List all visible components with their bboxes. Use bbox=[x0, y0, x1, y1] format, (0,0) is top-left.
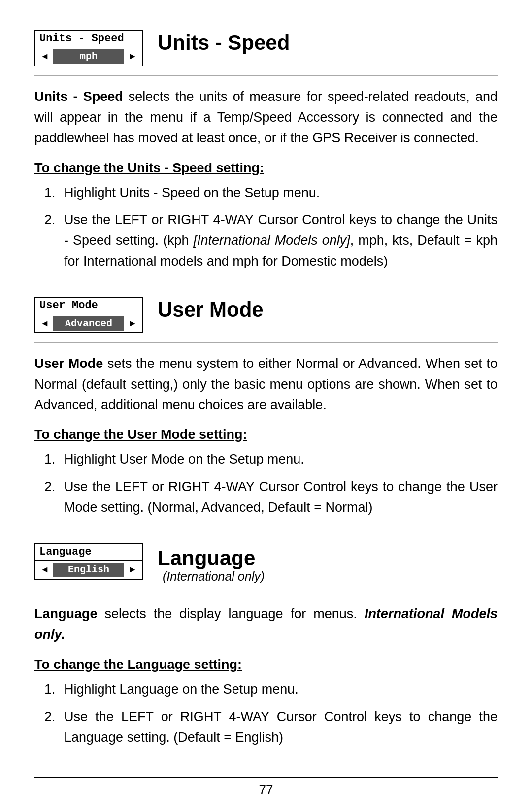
units-speed-header: Units - Speed ◄ mph ► Units - Speed bbox=[34, 30, 498, 66]
page-content: Units - Speed ◄ mph ► Units - Speed Unit… bbox=[0, 0, 532, 798]
language-widget: Language ◄ English ► bbox=[34, 543, 143, 580]
units-speed-body: Units - Speed selects the units of measu… bbox=[34, 87, 498, 149]
language-steps: 1. Highlight Language on the Setup menu.… bbox=[34, 679, 498, 748]
units-speed-widget-control: ◄ mph ► bbox=[35, 47, 142, 66]
language-international-only: (International only) bbox=[163, 569, 265, 584]
user-mode-title: User Mode bbox=[158, 297, 264, 321]
user-mode-body: User Mode sets the menu system to either… bbox=[34, 354, 498, 416]
units-speed-bold: Units - Speed bbox=[34, 89, 123, 104]
units-speed-divider bbox=[34, 75, 498, 76]
user-mode-header: User Mode ◄ Advanced ► User Mode bbox=[34, 297, 498, 333]
user-mode-section: User Mode ◄ Advanced ► User Mode User Mo… bbox=[34, 297, 498, 518]
user-mode-step-2: 2. Use the LEFT or RIGHT 4-WAY Cursor Co… bbox=[44, 477, 498, 518]
user-mode-divider bbox=[34, 342, 498, 343]
units-speed-widget-title: Units - Speed bbox=[35, 31, 142, 47]
user-mode-value: Advanced bbox=[53, 316, 124, 331]
bottom-page-divider bbox=[34, 777, 498, 778]
language-subsection: To change the Language setting: bbox=[34, 657, 498, 672]
language-left-arrow[interactable]: ◄ bbox=[38, 565, 51, 575]
user-mode-widget-title: User Mode bbox=[35, 298, 142, 314]
user-mode-widget-control: ◄ Advanced ► bbox=[35, 314, 142, 332]
user-mode-left-arrow[interactable]: ◄ bbox=[38, 318, 51, 329]
units-speed-step-2: 2. Use the LEFT or RIGHT 4-WAY Cursor Co… bbox=[44, 210, 498, 272]
units-speed-title: Units - Speed bbox=[158, 30, 290, 54]
units-speed-subsection: To change the Units - Speed setting: bbox=[34, 161, 498, 176]
language-bold: Language bbox=[34, 606, 98, 621]
language-widget-title: Language bbox=[35, 544, 142, 561]
language-step-2: 2. Use the LEFT or RIGHT 4-WAY Cursor Co… bbox=[44, 707, 498, 748]
units-speed-step-1: 1. Highlight Units - Speed on the Setup … bbox=[44, 183, 498, 203]
units-speed-widget: Units - Speed ◄ mph ► bbox=[34, 30, 143, 66]
user-mode-steps: 1. Highlight User Mode on the Setup menu… bbox=[34, 449, 498, 518]
user-mode-step-1: 1. Highlight User Mode on the Setup menu… bbox=[44, 449, 498, 470]
international-italic: [International Models only] bbox=[194, 233, 350, 248]
user-mode-subsection: To change the User Mode setting: bbox=[34, 427, 498, 442]
user-mode-widget: User Mode ◄ Advanced ► bbox=[34, 297, 143, 333]
language-right-arrow[interactable]: ► bbox=[126, 565, 139, 575]
language-header: Language ◄ English ► Language (Internati… bbox=[34, 543, 498, 584]
user-mode-intro: sets the menu system to either Normal or… bbox=[34, 356, 498, 412]
language-intro: selects the display language for menus. bbox=[98, 606, 365, 621]
units-speed-section: Units - Speed ◄ mph ► Units - Speed Unit… bbox=[34, 30, 498, 272]
language-title: Language bbox=[158, 545, 265, 569]
language-value: English bbox=[53, 563, 124, 577]
language-widget-control: ◄ English ► bbox=[35, 561, 142, 579]
user-mode-right-arrow[interactable]: ► bbox=[126, 318, 139, 329]
user-mode-bold: User Mode bbox=[34, 356, 103, 371]
language-heading-group: Language (International only) bbox=[158, 543, 265, 584]
page-number: 77 bbox=[0, 782, 532, 798]
units-speed-steps: 1. Highlight Units - Speed on the Setup … bbox=[34, 183, 498, 272]
language-divider bbox=[34, 593, 498, 593]
units-speed-right-arrow[interactable]: ► bbox=[126, 51, 139, 62]
units-speed-value: mph bbox=[53, 49, 124, 64]
language-body: Language selects the display language fo… bbox=[34, 604, 498, 645]
units-speed-left-arrow[interactable]: ◄ bbox=[38, 51, 51, 62]
language-section: Language ◄ English ► Language (Internati… bbox=[34, 543, 498, 748]
language-step-1: 1. Highlight Language on the Setup menu. bbox=[44, 679, 498, 700]
